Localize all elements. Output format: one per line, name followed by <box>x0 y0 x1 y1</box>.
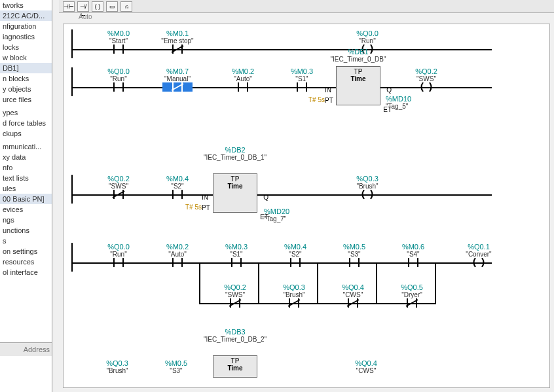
no-contact[interactable]: %M0.2"Auto" <box>151 243 204 268</box>
tree-item[interactable]: ngs <box>0 215 52 225</box>
tool-btn-2[interactable]: ⊣/⊢ <box>77 1 89 12</box>
nc-contact[interactable]: %M0.1 "Eme stop" <box>151 29 204 55</box>
rung-1[interactable]: %M0.0 "Start" %M0.1 "Eme stop" %Q0.0 "Ru… <box>71 29 542 58</box>
et-addr: %MD10 <box>386 95 411 103</box>
tool-btn-3[interactable]: ( ) <box>92 1 103 12</box>
timer-block[interactable]: TP Time IN Q PT ET <box>213 173 257 213</box>
no-contact[interactable]: %Q0.0"Run" <box>92 243 145 268</box>
tree-item[interactable]: DB1] <box>0 63 52 73</box>
output-coil[interactable]: %Q0.1"Conver" <box>452 243 505 268</box>
pt-value[interactable]: T# 5s <box>185 204 202 211</box>
pin-q: Q <box>386 86 392 94</box>
tool-btn-1[interactable]: ⊣⊢ <box>63 1 75 12</box>
tree-item[interactable]: urce files <box>0 94 52 105</box>
nc-contact-selected[interactable]: %M0.7 "Manual" <box>151 67 204 93</box>
nc-contact[interactable]: %Q0.3"Brush" <box>268 283 320 309</box>
rung-3[interactable]: %DB2 "IEC_Timer_0_DB_1" %Q0.2 "SWS" %M0.… <box>71 149 542 234</box>
tree-item[interactable]: iagnostics <box>0 31 52 42</box>
timer-instance: %DB3 <box>202 328 268 336</box>
tree-item[interactable]: 212C AC/D... <box>0 10 52 21</box>
tree-item[interactable]: ckups <box>0 128 52 139</box>
tree-item[interactable]: 00 Basic PN] <box>0 194 52 204</box>
no-contact[interactable]: %M0.2 "Auto" <box>217 67 269 93</box>
pin-pt: PT <box>202 204 210 211</box>
et-addr: %MD20 <box>264 207 289 215</box>
rung-5[interactable]: %DB3 "IEC_Timer_0_DB_2" TP Time %Q0.3"Br… <box>71 330 542 376</box>
timer-name: "IEC_Timer_0_DB" <box>325 56 391 63</box>
timer-instance: %DB2 <box>202 146 268 154</box>
timer-block[interactable]: TP Time IN Q PT ET <box>336 66 380 105</box>
nc-contact[interactable]: %Q0.2 "SWS" <box>92 175 145 200</box>
no-contact[interactable]: %M0.4 "S2" <box>151 175 204 200</box>
tree-item[interactable]: y objects <box>0 84 52 94</box>
contact[interactable]: %Q0.3"Brush" <box>91 359 143 374</box>
timer-name: "IEC_Timer_0_DB_2" <box>202 336 268 343</box>
project-tree-sidebar[interactable]: tworks 212C AC/D... nfiguration iagnosti… <box>0 0 52 392</box>
contact[interactable]: %M0.5"S3" <box>150 359 202 374</box>
no-contact[interactable]: %M0.3 "S1" <box>276 67 328 93</box>
no-contact[interactable]: %M0.3"S1" <box>210 243 263 268</box>
tree-item[interactable]: text lists <box>0 173 52 183</box>
ladder-toolbar: ⊣⊢ ⊣/⊢ ( ) ▭ ⎌ <box>59 0 554 13</box>
nc-contact[interactable]: %Q0.4"CWS" <box>327 283 379 309</box>
address-input[interactable] <box>0 343 52 356</box>
tree-item[interactable]: ypes <box>0 107 52 118</box>
address-field[interactable] <box>0 342 52 356</box>
timer-name: "IEC_Timer_0_DB_1" <box>202 154 268 161</box>
tool-btn-5[interactable]: ⎌ <box>120 1 132 12</box>
tree-item[interactable]: ol interface <box>0 267 52 277</box>
ladder-editor[interactable]: %M0.0 "Start" %M0.1 "Eme stop" %Q0.0 "Ru… <box>63 24 550 388</box>
tree-item[interactable]: resources <box>0 257 52 267</box>
tree-item[interactable]: locks <box>0 42 52 52</box>
tree-item[interactable]: evices <box>0 204 52 215</box>
pt-value[interactable]: T# 5s <box>308 96 325 103</box>
et-name: "Tag_5" <box>386 103 411 110</box>
et-name: "Tag_7" <box>264 215 289 223</box>
tree-item[interactable]: xy data <box>0 152 52 162</box>
tree-item[interactable]: unctions <box>0 225 52 236</box>
output-coil[interactable]: %Q0.3 "Brush" <box>341 175 394 200</box>
pin-in: IN <box>202 194 208 201</box>
timer-block[interactable]: TP Time <box>213 355 257 378</box>
tree-item[interactable]: mmunicati... <box>0 141 52 152</box>
tree-item[interactable]: nfo <box>0 162 52 173</box>
nc-contact[interactable]: %Q0.2"SWS" <box>209 283 261 309</box>
tree-item[interactable]: ules <box>0 183 52 194</box>
no-contact[interactable]: %Q0.0 "Run" <box>92 67 145 93</box>
tree-item[interactable]: tworks <box>0 0 52 10</box>
no-contact[interactable]: %M0.4"S2" <box>269 243 322 268</box>
tree-item[interactable]: n blocks <box>0 73 52 84</box>
tool-btn-4[interactable]: ▭ <box>106 1 118 12</box>
tree-item[interactable]: nfiguration <box>0 21 52 31</box>
pin-pt: PT <box>325 97 333 104</box>
tree-item[interactable]: s <box>0 236 52 246</box>
no-contact[interactable]: %M0.0 "Start" <box>92 29 145 55</box>
tree-item[interactable]: on settings <box>0 246 52 257</box>
no-contact[interactable]: %M0.6"S4" <box>387 243 439 268</box>
pin-in: IN <box>325 86 331 94</box>
auto-label: Auto <box>79 13 92 20</box>
output-coil[interactable]: %Q0.4"CWS" <box>340 359 392 374</box>
pin-q: Q <box>263 194 268 201</box>
no-contact[interactable]: %M0.5"S3" <box>328 243 380 268</box>
timer-instance: %DB1 <box>325 48 391 56</box>
output-coil[interactable]: %Q0.2 "SWS" <box>400 67 452 93</box>
rung-4[interactable]: %Q0.0"Run" %M0.2"Auto" %M0.3"S1" %M0.4"S… <box>71 243 542 321</box>
tree-item[interactable]: d force tables <box>0 118 52 128</box>
tree-item[interactable]: w block <box>0 52 52 63</box>
nc-contact[interactable]: %Q0.5"Dryer" <box>386 283 438 309</box>
rung-2[interactable]: %Q0.0 "Run" %M0.7 "Manual" %M0.2 "Auto" … <box>71 67 542 139</box>
